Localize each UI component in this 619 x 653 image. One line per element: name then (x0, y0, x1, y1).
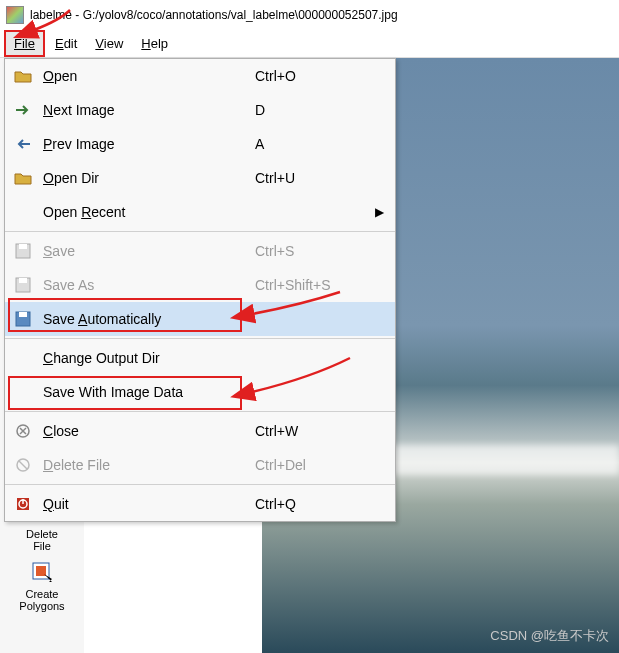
menu-shortcut: Ctrl+U (255, 170, 365, 186)
menubar-view[interactable]: View (87, 32, 131, 55)
menu-label: Save (43, 243, 245, 259)
svg-rect-9 (19, 312, 27, 317)
menu-shortcut: A (255, 136, 365, 152)
power-icon (13, 494, 33, 514)
menu-label: Open Recent (43, 204, 245, 220)
menu-open-dir[interactable]: Open Dir Ctrl+U (5, 161, 395, 195)
menu-next-image[interactable]: Next Image D (5, 93, 395, 127)
save-auto-icon (13, 309, 33, 329)
menubar: File Edit View Help (0, 30, 619, 58)
tool-label: Delete File (26, 528, 58, 552)
menu-open-recent[interactable]: Open Recent ▶ (5, 195, 395, 229)
menu-label: Change Output Dir (43, 350, 245, 366)
menu-label: Save As (43, 277, 245, 293)
menu-quit[interactable]: Quit Ctrl+Q (5, 487, 395, 521)
menu-save-automatically[interactable]: Save Automatically (5, 302, 395, 336)
menu-change-output-dir[interactable]: Change Output Dir (5, 341, 395, 375)
delete-icon (13, 455, 33, 475)
menu-shortcut: D (255, 102, 365, 118)
menu-shortcut: Ctrl+Del (255, 457, 365, 473)
svg-rect-5 (19, 244, 27, 249)
menu-separator (5, 338, 395, 339)
menu-label: Close (43, 423, 245, 439)
menu-separator (5, 411, 395, 412)
menu-open[interactable]: Open Ctrl+O (5, 59, 395, 93)
close-icon (13, 421, 33, 441)
arrow-right-icon (13, 100, 33, 120)
arrow-left-icon (13, 134, 33, 154)
menu-close[interactable]: Close Ctrl+W (5, 414, 395, 448)
menu-shortcut: Ctrl+O (255, 68, 365, 84)
create-polygons-icon (28, 558, 56, 586)
menu-save: Save Ctrl+S (5, 234, 395, 268)
menu-label: Save Automatically (43, 311, 245, 327)
menu-save-with-image-data[interactable]: Save With Image Data (5, 375, 395, 409)
file-menu: Open Ctrl+O Next Image D Prev Image A Op… (4, 58, 396, 522)
folder-open-icon (13, 66, 33, 86)
tool-create-polygons[interactable]: Create Polygons (6, 558, 78, 612)
blank-icon (13, 382, 33, 402)
menu-shortcut: Ctrl+Shift+S (255, 277, 365, 293)
tool-label: Create Polygons (19, 588, 64, 612)
menu-delete-file: Delete File Ctrl+Del (5, 448, 395, 482)
menu-shortcut: Ctrl+Q (255, 496, 365, 512)
save-icon (13, 241, 33, 261)
window-title: labelme - G:/yolov8/coco/annotations/val… (30, 8, 398, 22)
menu-label: Next Image (43, 102, 245, 118)
menu-label: Open Dir (43, 170, 245, 186)
menubar-edit[interactable]: Edit (47, 32, 85, 55)
blank-icon (13, 202, 33, 222)
menu-prev-image[interactable]: Prev Image A (5, 127, 395, 161)
menu-label: Open (43, 68, 245, 84)
menu-save-as: Save As Ctrl+Shift+S (5, 268, 395, 302)
svg-rect-7 (19, 278, 27, 283)
menu-label: Save With Image Data (43, 384, 245, 400)
menubar-file[interactable]: File (4, 30, 45, 57)
menu-separator (5, 231, 395, 232)
menu-label: Delete File (43, 457, 245, 473)
svg-line-14 (19, 461, 27, 469)
menu-label: Prev Image (43, 136, 245, 152)
menu-label: Quit (43, 496, 245, 512)
save-as-icon (13, 275, 33, 295)
watermark: CSDN @吃鱼不卡次 (490, 627, 609, 645)
menu-separator (5, 484, 395, 485)
titlebar: labelme - G:/yolov8/coco/annotations/val… (0, 0, 619, 30)
menubar-help[interactable]: Help (133, 32, 176, 55)
submenu-arrow-icon: ▶ (375, 205, 387, 219)
menu-shortcut: Ctrl+W (255, 423, 365, 439)
folder-icon (13, 168, 33, 188)
app-icon (6, 6, 24, 24)
menu-shortcut: Ctrl+S (255, 243, 365, 259)
blank-icon (13, 348, 33, 368)
